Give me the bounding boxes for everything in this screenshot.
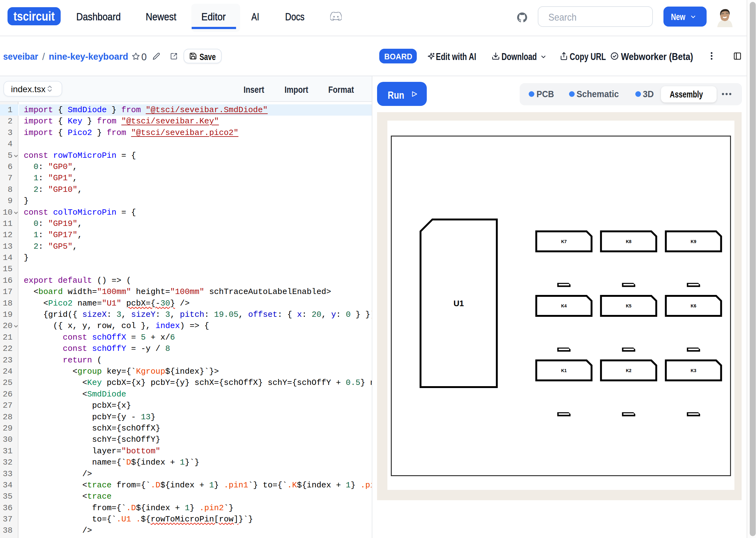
svg-text:K2: K2 bbox=[626, 368, 632, 373]
svg-text:K1: K1 bbox=[561, 368, 567, 373]
svg-text:U1: U1 bbox=[453, 299, 464, 308]
svg-text:K3: K3 bbox=[691, 368, 696, 373]
svg-text:K8: K8 bbox=[626, 239, 632, 244]
svg-text:K5: K5 bbox=[626, 303, 632, 308]
svg-text:K6: K6 bbox=[691, 303, 696, 308]
svg-text:K4: K4 bbox=[561, 303, 567, 308]
svg-text:K7: K7 bbox=[561, 239, 567, 244]
svg-text:K9: K9 bbox=[691, 239, 696, 244]
